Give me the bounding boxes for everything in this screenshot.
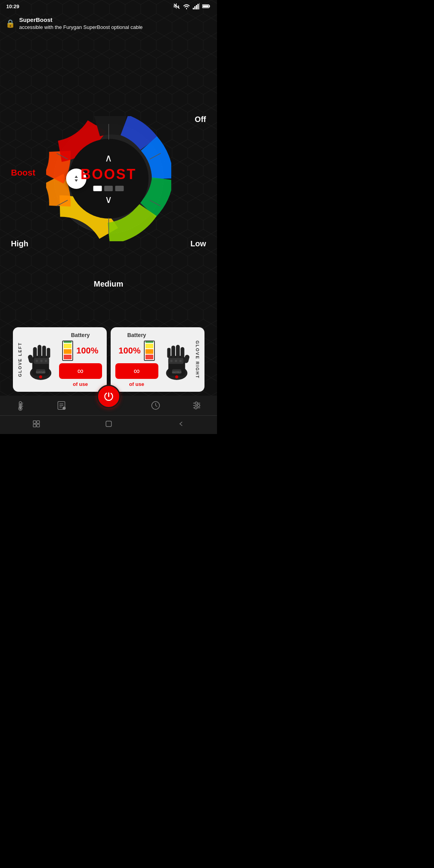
knob-icon: [72, 174, 81, 183]
battery-seg-green-2: [64, 341, 72, 343]
glove-right-battery-pct: 100%: [118, 346, 140, 356]
dot-3: [115, 186, 124, 191]
svg-rect-35: [167, 348, 170, 357]
thermometer-icon: [15, 400, 26, 411]
glove-left-image: FURYGAN: [25, 338, 56, 381]
glove-left-label: GLOVE LEFT: [18, 342, 22, 377]
svg-point-25: [40, 360, 43, 362]
superboost-title: SuperBoost: [19, 16, 143, 24]
nav-notes[interactable]: +: [56, 400, 67, 411]
svg-rect-20: [42, 345, 46, 357]
mute-icon: [173, 3, 180, 9]
medium-label: Medium: [94, 280, 124, 289]
glove-right-image: FURYGAN: [161, 338, 192, 381]
low-label: Low: [190, 239, 206, 248]
glove-right-battery-fill: [145, 341, 154, 360]
status-icons: [173, 3, 211, 9]
svg-point-29: [39, 375, 42, 378]
wifi-icon: [183, 3, 190, 9]
off-label: Off: [195, 115, 206, 124]
glove-left-info: Battery 100% ∞ of use: [59, 332, 102, 387]
high-label: High: [11, 239, 28, 248]
svg-text:FURYGAN: FURYGAN: [36, 371, 45, 373]
battery-status-icon: [202, 4, 211, 9]
glove-right-label: GLOVE RIGHT: [195, 341, 200, 379]
glove-right-card: Battery 100% ∞ of use: [111, 327, 204, 392]
clock: 10:29: [6, 4, 19, 9]
status-bar: 10:29: [0, 0, 217, 13]
svg-rect-0: [193, 8, 194, 9]
superboost-banner: 🔒 SuperBoost accessible with the Furygan…: [0, 13, 217, 34]
svg-line-61: [156, 405, 157, 407]
svg-point-47: [20, 408, 22, 410]
glove-right-battery: 100%: [118, 341, 154, 361]
glove-right-infinity-button[interactable]: ∞: [115, 363, 158, 379]
mode-label: BOOST: [81, 166, 136, 183]
svg-text:+: +: [63, 407, 65, 410]
glove-left-infinity-button[interactable]: ∞: [59, 363, 102, 379]
svg-rect-71: [33, 421, 36, 423]
svg-rect-72: [37, 421, 39, 423]
svg-rect-4: [199, 3, 200, 9]
glove-left-card: GLOVE LEFT FURYGAN: [13, 327, 107, 392]
lock-icon: 🔒: [5, 18, 15, 29]
chevron-down-button[interactable]: ∨: [105, 194, 112, 204]
glove-left-battery-label: Battery: [71, 332, 90, 338]
svg-rect-2: [196, 5, 197, 9]
dial-center: ∧ BOOST ∨: [81, 153, 136, 204]
svg-rect-46: [20, 403, 21, 408]
android-home-button[interactable]: [104, 420, 113, 430]
nav-schedule[interactable]: [150, 400, 161, 411]
level-dots: [93, 186, 124, 191]
power-icon: [103, 391, 115, 402]
svg-rect-75: [106, 421, 111, 427]
boost-label: Boost: [11, 168, 35, 178]
android-recent-button[interactable]: [32, 420, 41, 430]
battery-seg-red: [64, 355, 72, 359]
battery-seg-yellow-2: [145, 344, 153, 348]
battery-seg-yellow: [64, 344, 72, 348]
svg-point-26: [45, 360, 47, 362]
battery-seg-red-2: [145, 355, 153, 359]
svg-rect-34: [171, 345, 175, 357]
dot-2: [104, 186, 113, 191]
svg-point-63: [195, 402, 197, 404]
svg-rect-3: [197, 4, 199, 9]
svg-rect-18: [33, 347, 37, 357]
glove-right-of-use: of use: [129, 381, 144, 387]
dot-1: [93, 186, 102, 191]
dial-container[interactable]: ∧ BOOST ∨: [46, 116, 171, 241]
settings-icon: [191, 400, 202, 411]
dial-section: Boost Off High Low Medium: [0, 34, 217, 323]
nav-temperature[interactable]: [15, 400, 26, 411]
notes-icon: +: [56, 400, 67, 411]
svg-rect-32: [180, 347, 184, 357]
chevron-up-button[interactable]: ∧: [105, 153, 112, 163]
power-button[interactable]: [97, 385, 120, 408]
glove-right-battery-label: Battery: [127, 332, 146, 338]
svg-rect-74: [37, 424, 39, 427]
glove-left-battery-pct: 100%: [76, 346, 98, 356]
superboost-description: accessible with the Furygan SuperBoost o…: [19, 24, 143, 31]
android-back-button[interactable]: [177, 420, 185, 430]
glove-right-info: Battery 100% ∞ of use: [115, 332, 158, 387]
svg-point-66: [197, 404, 200, 407]
svg-rect-19: [38, 344, 41, 357]
glove-left-battery-fill: [63, 341, 72, 360]
svg-rect-33: [176, 344, 180, 357]
android-nav: [0, 415, 217, 434]
battery-seg-orange-2: [145, 349, 153, 354]
clock-icon: [150, 400, 161, 411]
svg-rect-73: [33, 424, 36, 427]
glove-right-battery-icon: [144, 341, 155, 361]
svg-text:FURYGAN: FURYGAN: [172, 371, 181, 373]
glove-left-battery: 100%: [62, 341, 98, 361]
svg-point-69: [195, 407, 197, 409]
svg-rect-21: [47, 348, 50, 357]
nav-settings[interactable]: [191, 400, 202, 411]
signal-icon: [193, 3, 200, 9]
glove-left-battery-icon: [62, 341, 73, 361]
svg-point-24: [36, 360, 38, 362]
svg-rect-6: [203, 5, 209, 7]
battery-seg-green-4: [145, 341, 153, 343]
